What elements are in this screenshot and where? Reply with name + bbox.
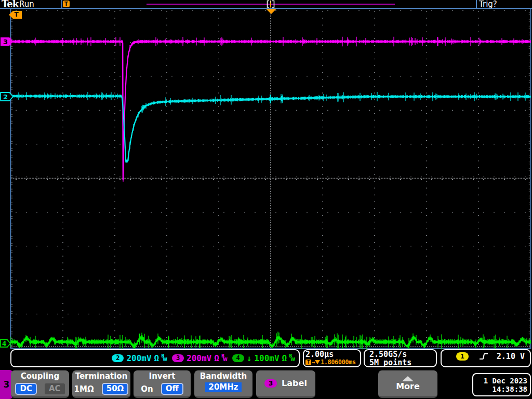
invert-button[interactable]: Invert On Off <box>134 370 191 398</box>
horizontal-scale: 2.00µs <box>305 351 334 358</box>
channel-2-scale: 200mV <box>126 353 151 363</box>
coupling-dc-option[interactable]: DC <box>15 383 36 395</box>
label-button[interactable]: 3 Label <box>256 370 315 398</box>
topbar-divider <box>476 0 477 8</box>
channel-3-scale: 200mV <box>187 353 211 363</box>
bandwidth-limit-indicator: BW <box>221 355 228 362</box>
channel-3-badge[interactable]: 3 <box>172 354 184 362</box>
horizontal-delay: T→1.806000ms <box>305 358 355 366</box>
trigger-level: 2.10 V <box>488 352 525 361</box>
coupling-button[interactable]: Coupling DC AC <box>11 370 69 398</box>
channel-readout-box[interactable]: 2 200mV Ω BW 3 200mV Ω BW 4 ↓ 100mV Ω BW <box>10 349 300 367</box>
trigger-t-icon: T <box>305 360 311 365</box>
date-text: 1 Dec 2023 <box>484 377 527 385</box>
record-view-trigger-icon[interactable]: T <box>63 1 70 7</box>
trigger-source-badge[interactable]: 1 <box>456 352 469 361</box>
termination-ohm-indicator: Ω <box>214 353 219 363</box>
invert-on-option[interactable]: On <box>141 384 153 394</box>
termination-button[interactable]: Termination 1MΩ 50Ω <box>72 370 130 398</box>
invert-arrow-icon: ↓ <box>247 353 252 363</box>
bandwidth-limit-indicator: BW <box>161 355 167 362</box>
coupling-ac-option[interactable]: AC <box>45 383 65 394</box>
bandwidth-limit-indicator: BW <box>289 355 295 362</box>
termination-ohm-indicator: Ω <box>282 353 287 363</box>
termination-50ohm-option[interactable]: 50Ω <box>102 383 129 395</box>
channel-2-badge[interactable]: 2 <box>112 354 124 362</box>
waveform-graticule <box>0 0 532 399</box>
svg-text:2: 2 <box>3 93 8 101</box>
datetime-display: 1 Dec 2023 14:38:38 <box>472 373 531 396</box>
channel-4-badge[interactable]: 4 <box>232 354 244 362</box>
trigger-status: Trig? <box>479 0 497 9</box>
channel-3-marker[interactable]: 3 <box>0 37 14 46</box>
termination-1m-option[interactable]: 1MΩ <box>74 384 94 394</box>
down-triangle-icon <box>315 360 320 364</box>
svg-text:4: 4 <box>2 340 6 348</box>
invert-title: Invert <box>149 372 176 381</box>
time-text: 14:38:38 <box>493 385 527 393</box>
invert-off-option[interactable]: Off <box>161 383 183 395</box>
trigger-readout-box[interactable]: 1 2.10 V <box>441 349 531 367</box>
channel-4-scale: 100mV <box>254 353 279 363</box>
channel-4-readout[interactable]: 4 ↓ 100mV Ω BW <box>232 353 295 363</box>
rising-edge-icon <box>479 352 488 361</box>
bandwidth-button[interactable]: Bandwidth 20MHz <box>194 370 252 398</box>
sample-rate: 2.50GS/s <box>369 350 407 358</box>
bandwidth-title: Bandwidth <box>200 372 247 381</box>
menu-bar: 3 Coupling DC AC Termination 1MΩ 50Ω Inv… <box>0 370 532 399</box>
horizontal-readout-box[interactable]: 2.00µs T→1.806000ms <box>303 349 361 367</box>
channel-3-readout[interactable]: 3 200mV Ω BW <box>172 353 228 363</box>
record-length: 5M points <box>369 358 411 367</box>
termination-title: Termination <box>75 372 128 381</box>
more-button[interactable]: More <box>378 370 437 398</box>
termination-ohm-indicator: Ω <box>154 353 159 363</box>
channel-3-badge: 3 <box>264 379 277 388</box>
coupling-title: Coupling <box>21 372 59 381</box>
acquisition-readout-box[interactable]: 2.50GS/s 5M points <box>364 349 437 367</box>
more-title: More <box>396 382 420 391</box>
bandwidth-value[interactable]: 20MHz <box>205 382 241 392</box>
label-title: Label <box>282 379 307 388</box>
topbar-divider <box>61 0 62 8</box>
svg-text:3: 3 <box>3 38 8 46</box>
expansion-point-icon <box>266 9 276 14</box>
channel-2-readout[interactable]: 2 200mV Ω BW <box>112 353 167 363</box>
channel-4-marker[interactable]: 4 <box>0 339 12 348</box>
up-arrow-icon <box>402 376 414 381</box>
window-position-icon[interactable] <box>267 0 275 8</box>
delay-time: 1.806000ms <box>321 358 355 366</box>
channel-2-marker[interactable]: 2 <box>0 92 14 101</box>
oscilloscope-display: Tek Run T Trig? T 3 2 4 2 200mV Ω BW 3 2… <box>0 0 532 399</box>
